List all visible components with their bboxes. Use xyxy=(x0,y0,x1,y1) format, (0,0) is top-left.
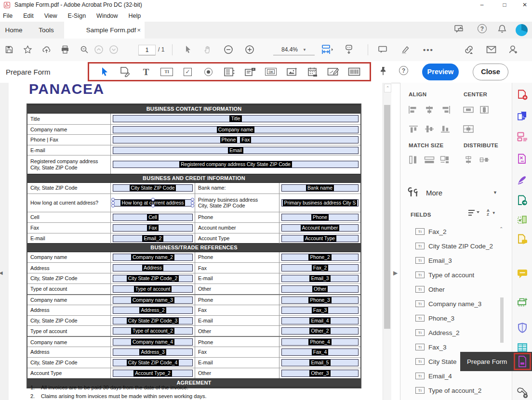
form-field[interactable]: Type of account xyxy=(113,285,193,293)
form-field[interactable]: Other xyxy=(281,285,359,293)
form-field[interactable]: City State ZIP Code_2 xyxy=(113,275,193,282)
help-circle-icon[interactable]: ? xyxy=(399,66,408,75)
more-tools-icon[interactable] xyxy=(517,387,528,399)
page-up-icon[interactable] xyxy=(94,45,104,54)
scan-ocr-icon[interactable] xyxy=(517,297,528,308)
form-field[interactable]: City State ZIP Code xyxy=(113,184,193,192)
zoom-out-icon[interactable] xyxy=(224,45,233,54)
form-field[interactable]: Fax_4 xyxy=(281,348,359,356)
send-comments-icon[interactable] xyxy=(517,233,528,245)
save-icon[interactable] xyxy=(5,45,13,54)
form-field[interactable]: Company name_2 xyxy=(113,254,193,261)
close-tab-icon[interactable]: × xyxy=(137,22,141,39)
field-list-item[interactable]: TIFax_2 xyxy=(408,224,497,239)
link-icon[interactable] xyxy=(464,45,474,54)
match-height-icon[interactable] xyxy=(408,155,419,165)
form-field[interactable]: Email_2 xyxy=(113,235,193,242)
sort-az-icon[interactable]: AZ▼ xyxy=(487,209,496,217)
field-list-item[interactable]: TIEmail_3 xyxy=(408,253,497,268)
maximize-button[interactable]: □ xyxy=(497,0,512,10)
menu-view[interactable]: View xyxy=(39,13,63,19)
match-both-icon[interactable] xyxy=(439,155,451,165)
scrollbar-thumb[interactable] xyxy=(384,105,390,329)
selection-handle[interactable] xyxy=(191,204,194,207)
person-add-icon[interactable] xyxy=(508,45,518,54)
organize-pages-icon[interactable] xyxy=(517,131,528,142)
form-field[interactable]: Company name_3 xyxy=(113,297,193,304)
menu-e-sign[interactable]: E-Sign xyxy=(63,13,92,19)
form-field[interactable]: Email_3 xyxy=(281,275,359,282)
form-field[interactable]: Phone_2 xyxy=(281,254,359,261)
form-field[interactable]: Company name_4 xyxy=(113,338,193,346)
hand-icon[interactable] xyxy=(203,45,212,54)
tab-document[interactable]: Sample Form.pdf × xyxy=(64,22,145,39)
radio-button-icon[interactable] xyxy=(202,65,215,78)
selection-handle[interactable] xyxy=(151,204,155,207)
form-field[interactable]: Title xyxy=(113,115,359,122)
fields-scrollbar-thumb[interactable] xyxy=(500,297,504,343)
list-box-icon[interactable] xyxy=(223,65,236,78)
page-scroll-icon[interactable] xyxy=(344,44,354,55)
export-pdf-icon[interactable] xyxy=(517,194,528,206)
more-dropdown[interactable]: More ▼ xyxy=(408,185,504,200)
form-field[interactable]: Bank name xyxy=(281,184,359,192)
form-field[interactable]: Address_2 xyxy=(113,307,193,314)
feedback-icon[interactable] xyxy=(454,24,466,35)
distribute-horizontal-icon[interactable] xyxy=(479,155,490,165)
align-right-icon[interactable] xyxy=(439,105,451,115)
pin-icon[interactable] xyxy=(379,66,387,77)
form-field[interactable]: Account Type xyxy=(281,235,359,242)
form-field[interactable]: Other_2 xyxy=(281,327,359,335)
protect-icon[interactable] xyxy=(517,322,528,334)
form-field[interactable]: PhoneFax xyxy=(113,136,359,143)
distribute-vertical-icon[interactable] xyxy=(463,155,474,165)
date-field-icon[interactable] xyxy=(306,65,319,78)
field-list-item[interactable]: TICity State ZIP Code_2 xyxy=(408,239,497,253)
preview-button[interactable]: Preview xyxy=(422,64,459,80)
barcode-field-icon[interactable] xyxy=(348,65,360,78)
align-top-icon[interactable] xyxy=(408,124,419,134)
selection-handle[interactable] xyxy=(111,198,115,201)
edit-pdf-icon[interactable] xyxy=(517,153,528,165)
page-number-input[interactable]: 1 xyxy=(138,45,156,55)
dropdown-field-icon[interactable] xyxy=(244,65,256,78)
form-field[interactable]: Account Type_2 xyxy=(113,370,193,377)
comment-icon[interactable] xyxy=(378,45,387,54)
selection-handle[interactable] xyxy=(111,204,115,207)
form-field[interactable]: Email xyxy=(113,147,359,154)
form-field[interactable]: Other_3 xyxy=(281,370,359,377)
zoom-level-dropdown[interactable]: 84.4% ▼ xyxy=(273,44,315,55)
menu-file[interactable]: File xyxy=(0,13,18,19)
form-field[interactable]: City State ZIP Code_4 xyxy=(113,359,193,366)
left-pane-expand-icon[interactable]: ◄ xyxy=(0,270,4,276)
form-field[interactable]: Company name xyxy=(113,126,359,133)
mail-icon[interactable] xyxy=(486,46,496,53)
center-vertical-icon[interactable] xyxy=(479,105,490,115)
form-field[interactable]: Fax_2 xyxy=(281,264,359,271)
menu-edit[interactable]: Edit xyxy=(18,13,39,19)
form-field[interactable]: Primary business address City S xyxy=(281,199,359,206)
scroll-up-icon[interactable]: ⌃ xyxy=(384,84,391,92)
minimize-button[interactable]: – xyxy=(475,0,489,10)
image-field-icon[interactable] xyxy=(286,65,298,78)
selection-handle[interactable] xyxy=(151,198,155,201)
add-text-icon[interactable]: T xyxy=(140,65,152,78)
sort-order-icon[interactable] xyxy=(467,209,481,217)
crop-pages-icon[interactable] xyxy=(517,214,528,226)
ellipsis-icon[interactable]: ••• xyxy=(423,46,434,54)
document-scrollbar[interactable]: ⌃ xyxy=(383,83,391,400)
comment-bubble-icon[interactable] xyxy=(517,268,528,279)
edit-page-icon[interactable] xyxy=(119,65,132,78)
close-window-button[interactable]: ✕ xyxy=(518,0,532,10)
align-middle-icon[interactable] xyxy=(424,124,435,134)
form-field[interactable]: Type of account_2 xyxy=(113,327,193,335)
select-tool-icon[interactable] xyxy=(98,65,111,78)
zoom-in-icon[interactable] xyxy=(245,45,254,54)
form-field[interactable]: Fax xyxy=(113,224,193,232)
bell-icon[interactable] xyxy=(497,24,507,34)
form-field[interactable]: Registered company address City State ZI… xyxy=(113,161,359,168)
form-field[interactable]: Email_5 xyxy=(281,359,359,366)
field-list-item[interactable]: TICompany name_3 xyxy=(408,297,497,311)
star-icon[interactable] xyxy=(23,45,32,54)
form-field[interactable]: Phone_3 xyxy=(281,297,359,304)
